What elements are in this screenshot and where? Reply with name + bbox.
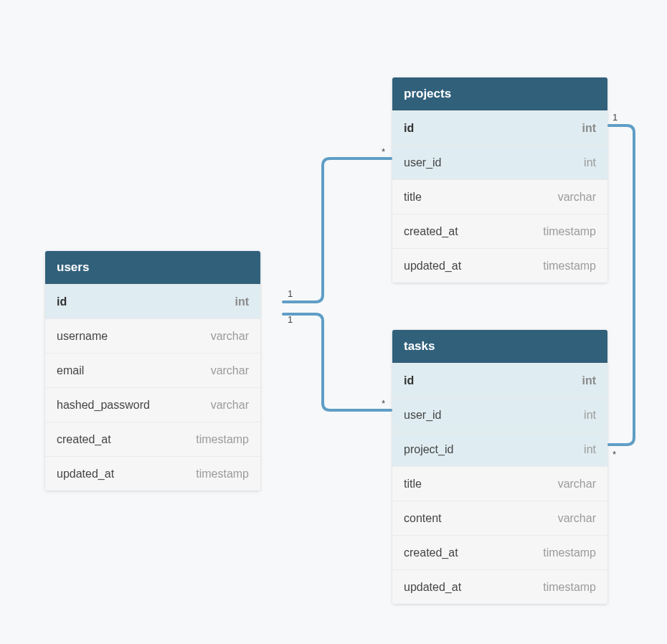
- col-type: timestamp: [543, 581, 596, 594]
- card-tasks-projectid: *: [612, 449, 616, 460]
- card-users-top: 1: [288, 288, 293, 299]
- col-users-hashed_password[interactable]: hashed_password varchar: [45, 387, 260, 422]
- col-name: user_id: [404, 156, 441, 169]
- col-name: id: [57, 295, 67, 308]
- col-projects-id[interactable]: id int: [392, 110, 607, 145]
- col-name: title: [404, 478, 422, 491]
- col-projects-updated_at[interactable]: updated_at timestamp: [392, 248, 607, 283]
- col-tasks-updated_at[interactable]: updated_at timestamp: [392, 569, 607, 604]
- col-name: hashed_password: [57, 399, 150, 412]
- rel-users-projects: [283, 158, 391, 302]
- col-type: int: [235, 295, 249, 308]
- card-users-bottom: 1: [288, 314, 293, 325]
- card-projects-userid: *: [382, 146, 385, 157]
- col-name: created_at: [404, 546, 458, 559]
- col-users-id[interactable]: id int: [45, 284, 260, 318]
- col-type: int: [582, 122, 596, 135]
- col-name: project_id: [404, 443, 453, 456]
- table-projects-header: projects: [392, 77, 607, 110]
- col-type: varchar: [558, 191, 596, 204]
- col-tasks-project_id[interactable]: project_id int: [392, 432, 607, 466]
- col-projects-title[interactable]: title varchar: [392, 179, 607, 214]
- col-name: content: [404, 512, 441, 525]
- col-name: title: [404, 191, 422, 204]
- col-users-username[interactable]: username varchar: [45, 318, 260, 353]
- col-name: username: [57, 330, 108, 343]
- col-type: int: [582, 374, 596, 387]
- col-name: created_at: [404, 225, 458, 238]
- rel-projects-tasks: [609, 126, 634, 445]
- col-type: timestamp: [196, 433, 249, 446]
- table-projects[interactable]: projects id int user_id int title varcha…: [392, 77, 607, 283]
- col-projects-user_id[interactable]: user_id int: [392, 145, 607, 179]
- table-tasks[interactable]: tasks id int user_id int project_id int …: [392, 330, 607, 604]
- card-projects-id: 1: [612, 112, 618, 123]
- col-type: timestamp: [543, 546, 596, 559]
- col-projects-created_at[interactable]: created_at timestamp: [392, 214, 607, 248]
- card-tasks-userid: *: [382, 398, 385, 409]
- col-type: timestamp: [543, 260, 596, 273]
- col-type: int: [584, 443, 596, 456]
- col-type: timestamp: [543, 225, 596, 238]
- col-name: id: [404, 374, 414, 387]
- col-type: timestamp: [196, 468, 249, 480]
- col-tasks-user_id[interactable]: user_id int: [392, 397, 607, 432]
- table-tasks-header: tasks: [392, 330, 607, 363]
- col-type: varchar: [211, 330, 249, 343]
- col-name: id: [404, 122, 414, 135]
- er-diagram-canvas: 1 1 * * 1 * users id int username varcha…: [0, 0, 667, 644]
- col-name: user_id: [404, 409, 441, 422]
- col-name: created_at: [57, 433, 111, 446]
- col-tasks-title[interactable]: title varchar: [392, 466, 607, 501]
- col-type: varchar: [211, 399, 249, 412]
- col-type: int: [584, 156, 596, 169]
- col-name: updated_at: [404, 581, 461, 594]
- rel-users-tasks: [283, 314, 391, 410]
- col-type: varchar: [558, 512, 596, 525]
- col-tasks-content[interactable]: content varchar: [392, 501, 607, 535]
- col-users-updated_at[interactable]: updated_at timestamp: [45, 456, 260, 491]
- col-name: email: [57, 364, 84, 377]
- col-name: updated_at: [404, 260, 461, 273]
- col-users-email[interactable]: email varchar: [45, 353, 260, 387]
- col-tasks-id[interactable]: id int: [392, 363, 607, 397]
- col-type: varchar: [558, 478, 596, 491]
- col-type: int: [584, 409, 596, 422]
- col-users-created_at[interactable]: created_at timestamp: [45, 422, 260, 456]
- table-users[interactable]: users id int username varchar email varc…: [45, 251, 260, 491]
- col-tasks-created_at[interactable]: created_at timestamp: [392, 535, 607, 569]
- col-type: varchar: [211, 364, 249, 377]
- col-name: updated_at: [57, 468, 114, 480]
- table-users-header: users: [45, 251, 260, 284]
